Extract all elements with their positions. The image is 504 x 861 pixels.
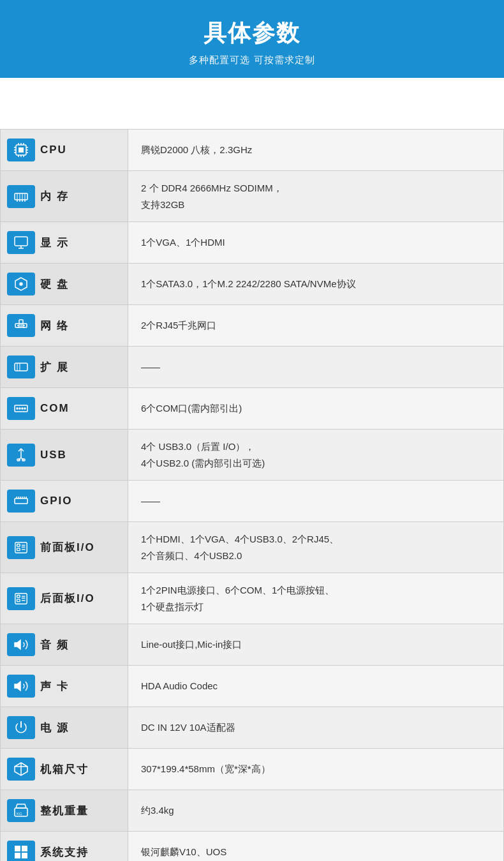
usb-icon	[7, 444, 35, 467]
gpio-label: GPIO	[40, 495, 73, 507]
svg-rect-76	[15, 853, 20, 858]
svg-rect-1	[19, 147, 24, 153]
table-row: CPU腾锐D2000 八核，2.3GHz	[1, 130, 504, 171]
svg-rect-62	[17, 599, 20, 601]
table-row: 系统支持银河麒麟V10、UOS	[1, 832, 504, 862]
header: 具体参数 多种配置可选 可按需求定制	[0, 0, 504, 129]
front-io-label: 前面板I/O	[40, 540, 95, 555]
svg-rect-23	[15, 237, 27, 246]
label-cell-expand: 扩 展	[1, 347, 128, 388]
value-cell-rear-io: 1个2PIN电源接口、6个COM、1个电源按钮、1个硬盘指示灯	[128, 573, 504, 624]
label-cell-network: 网 络	[1, 305, 128, 347]
memory-icon	[7, 185, 35, 208]
usb-label: USB	[40, 449, 67, 461]
value-cell-com: 6个COM口(需内部引出)	[128, 388, 504, 430]
rear-io-icon	[7, 587, 35, 610]
value-cell-usb: 4个 USB3.0（后置 I/O），4个USB2.0 (需内部引出可选)	[128, 430, 504, 481]
value-cell-expand: ——	[128, 347, 504, 388]
svg-marker-66	[15, 640, 20, 649]
table-row: 网 络2个RJ45千兆网口	[1, 305, 504, 347]
label-cell-soundcard: 声 卡	[1, 666, 128, 707]
display-icon	[7, 231, 35, 254]
label-cell-os: 系统支持	[1, 832, 128, 862]
os-icon	[7, 841, 35, 861]
table-row: 音 频Line-out接口,Mic-in接口	[1, 624, 504, 666]
table-row: COM6个COM口(需内部引出)	[1, 388, 504, 430]
soundcard-icon	[7, 675, 35, 698]
label-cell-audio: 音 频	[1, 624, 128, 666]
table-row: USB4个 USB3.0（后置 I/O），4个USB2.0 (需内部引出可选)	[1, 430, 504, 481]
display-label: 显 示	[40, 236, 69, 250]
label-cell-front-io: 前面板I/O	[1, 522, 128, 573]
cpu-icon	[7, 139, 35, 161]
power-icon	[7, 716, 35, 739]
table-row: 机箱尺寸307*199.4*58mm（宽*深*高）	[1, 749, 504, 790]
expand-icon	[7, 356, 35, 378]
label-cell-cpu: CPU	[1, 130, 128, 171]
cpu-label: CPU	[40, 144, 67, 156]
table-row: 声 卡HDA Audio Codec	[1, 666, 504, 707]
table-row: 扩 展——	[1, 347, 504, 388]
com-icon	[7, 397, 35, 420]
table-row: GPIO——	[1, 481, 504, 522]
label-cell-memory: 内 存	[1, 171, 128, 222]
svg-rect-47	[15, 498, 27, 504]
value-cell-weight: 约3.4kg	[128, 790, 504, 832]
front-io-icon	[7, 536, 35, 559]
table-row: 电 源DC IN 12V 10A适配器	[1, 707, 504, 749]
svg-rect-74	[15, 846, 20, 851]
svg-rect-61	[17, 595, 20, 597]
svg-point-26	[20, 283, 22, 285]
value-cell-front-io: 1个HDMI、1个VGA、4个USB3.0、2个RJ45、2个音频口、4个USB…	[128, 522, 504, 573]
value-cell-chassis: 307*199.4*58mm（宽*深*高）	[128, 749, 504, 790]
audio-icon	[7, 633, 35, 656]
value-cell-audio: Line-out接口,Mic-in接口	[128, 624, 504, 666]
svg-rect-14	[15, 193, 27, 200]
label-cell-storage: 硬 盘	[1, 264, 128, 305]
value-cell-gpio: ——	[128, 481, 504, 522]
gpio-icon	[7, 490, 35, 513]
value-cell-storage: 1个SATA3.0，1个M.2 2242/2280 SATA/NVMe协议	[128, 264, 504, 305]
svg-point-40	[19, 408, 20, 409]
chassis-label: 机箱尺寸	[40, 762, 89, 777]
label-cell-usb: USB	[1, 430, 128, 481]
svg-rect-35	[15, 363, 27, 371]
svg-marker-67	[15, 682, 20, 691]
svg-rect-29	[19, 320, 23, 324]
rear-io-label: 后面板I/O	[40, 591, 95, 606]
table-row: 显 示1个VGA、1个HDMI	[1, 222, 504, 264]
value-cell-display: 1个VGA、1个HDMI	[128, 222, 504, 264]
table-row: 前面板I/O1个HDMI、1个VGA、4个USB3.0、2个RJ45、2个音频口…	[1, 522, 504, 573]
os-label: 系统支持	[40, 845, 89, 860]
svg-rect-77	[22, 853, 27, 858]
value-cell-cpu: 腾锐D2000 八核，2.3GHz	[128, 130, 504, 171]
label-cell-weight: KG整机重量	[1, 790, 128, 832]
page-subtitle: 多种配置可选 可按需求定制	[13, 54, 491, 66]
table-row: KG整机重量约3.4kg	[1, 790, 504, 832]
com-label: COM	[40, 402, 70, 415]
audio-label: 音 频	[40, 638, 69, 652]
svg-rect-55	[17, 544, 20, 546]
soundcard-label: 声 卡	[40, 679, 69, 694]
label-cell-gpio: GPIO	[1, 481, 128, 522]
label-cell-com: COM	[1, 388, 128, 430]
value-cell-soundcard: HDA Audio Codec	[128, 666, 504, 707]
label-cell-chassis: 机箱尺寸	[1, 749, 128, 790]
svg-rect-56	[17, 548, 20, 550]
svg-point-42	[24, 408, 26, 409]
label-cell-power: 电 源	[1, 707, 128, 749]
label-cell-display: 显 示	[1, 222, 128, 264]
memory-label: 内 存	[40, 189, 69, 204]
svg-point-41	[22, 408, 23, 409]
svg-point-39	[17, 408, 18, 409]
value-cell-power: DC IN 12V 10A适配器	[128, 707, 504, 749]
svg-text:KG: KG	[17, 812, 22, 816]
table-row: 硬 盘1个SATA3.0，1个M.2 2242/2280 SATA/NVMe协议	[1, 264, 504, 305]
power-label: 电 源	[40, 721, 69, 735]
network-icon	[7, 314, 35, 337]
table-row: 内 存2 个 DDR4 2666MHz SODIMM，支持32GB	[1, 171, 504, 222]
value-cell-memory: 2 个 DDR4 2666MHz SODIMM，支持32GB	[128, 171, 504, 222]
page-title: 具体参数	[13, 18, 491, 49]
value-cell-os: 银河麒麟V10、UOS	[128, 832, 504, 862]
weight-label: 整机重量	[40, 804, 89, 818]
